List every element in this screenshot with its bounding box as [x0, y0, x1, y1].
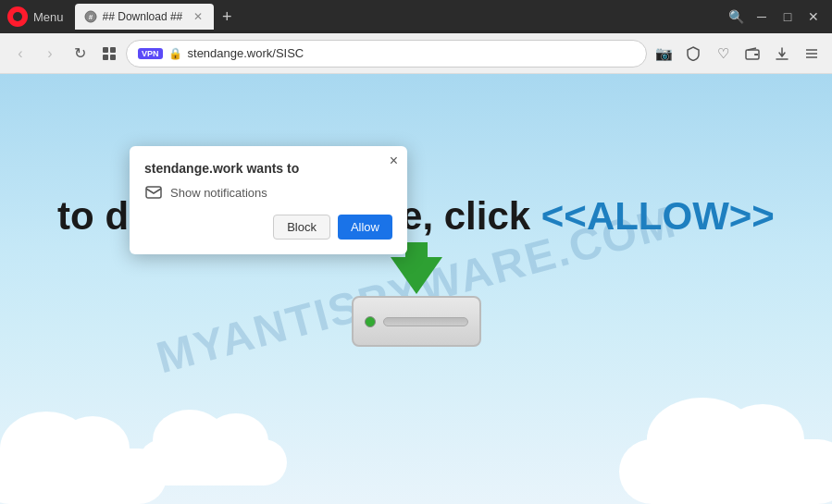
vpn-badge: VPN — [138, 48, 163, 59]
notification-popup: × stendange.work wants to Show notificat… — [130, 146, 407, 254]
menu-label[interactable]: Menu — [33, 10, 64, 24]
wallet-icon — [745, 46, 760, 61]
svg-text:#: # — [88, 13, 93, 21]
download-toolbar-button[interactable] — [769, 41, 795, 67]
minimize-button[interactable]: ─ — [751, 6, 773, 28]
allow-highlight: <<ALLOW>> — [541, 194, 775, 238]
grid-icon — [102, 46, 117, 61]
lock-icon: 🔒 — [168, 47, 182, 60]
close-button[interactable]: ✕ — [802, 6, 825, 28]
reload-button[interactable]: ↻ — [67, 41, 93, 67]
svg-rect-12 — [146, 187, 161, 198]
popup-permission-row: Show notifications — [144, 183, 392, 202]
block-button[interactable]: Block — [273, 215, 330, 240]
active-tab[interactable]: # ## Download ## ✕ — [75, 4, 215, 30]
svg-rect-4 — [103, 55, 108, 60]
clouds-decoration — [0, 393, 832, 504]
forward-button[interactable]: › — [37, 41, 63, 67]
menu-button[interactable] — [799, 41, 825, 67]
hard-drive — [352, 296, 481, 347]
new-tab-button[interactable]: + — [216, 6, 238, 28]
tab-favicon: # — [84, 10, 97, 23]
popup-close-button[interactable]: × — [390, 154, 398, 168]
svg-rect-2 — [103, 47, 108, 53]
nav-bar: ‹ › ↻ VPN 🔒 stendange.work/SISC 📷 ♡ — [0, 33, 832, 74]
notification-icon — [144, 183, 163, 202]
shield-button[interactable] — [680, 41, 706, 67]
download-icon — [775, 46, 789, 61]
opera-logo — [7, 6, 28, 27]
permission-text: Show notifications — [170, 186, 267, 200]
hamburger-icon — [804, 46, 819, 61]
cloud-right — [619, 439, 832, 504]
hd-slot — [383, 317, 468, 326]
window-controls: 🔍 ─ □ ✕ — [725, 6, 825, 28]
allow-button[interactable]: Allow — [338, 215, 392, 240]
shield-icon — [686, 46, 701, 61]
hd-indicator-light — [365, 316, 376, 327]
search-button[interactable]: 🔍 — [725, 6, 747, 28]
cloud-center — [139, 439, 287, 486]
title-bar: Menu # ## Download ## ✕ + 🔍 ─ □ ✕ — [0, 0, 832, 33]
popup-title: stendange.work wants to — [144, 161, 392, 176]
tab-close-button[interactable]: ✕ — [192, 10, 205, 23]
tab-bar: # ## Download ## ✕ + — [75, 4, 721, 30]
nav-icons-right: 📷 ♡ — [651, 41, 825, 67]
tab-title: ## Download ## — [103, 10, 183, 23]
browser-window: Menu # ## Download ## ✕ + 🔍 ─ □ ✕ ‹ › ↻ — [0, 0, 832, 504]
svg-rect-3 — [110, 47, 116, 53]
page-content: MYANTISPYWARE.COM to download the file, … — [0, 74, 832, 504]
heart-button[interactable]: ♡ — [710, 41, 736, 67]
grid-view-button[interactable] — [96, 41, 122, 67]
download-arrow — [391, 257, 442, 294]
wallet-button[interactable] — [739, 41, 765, 67]
popup-buttons: Block Allow — [144, 215, 392, 240]
camera-button[interactable]: 📷 — [651, 41, 677, 67]
url-text: stendange.work/SISC — [188, 46, 635, 60]
maximize-button[interactable]: □ — [776, 6, 799, 28]
address-bar[interactable]: VPN 🔒 stendange.work/SISC — [126, 40, 647, 68]
back-button[interactable]: ‹ — [7, 41, 33, 67]
download-illustration — [352, 257, 481, 347]
svg-rect-5 — [110, 55, 116, 60]
